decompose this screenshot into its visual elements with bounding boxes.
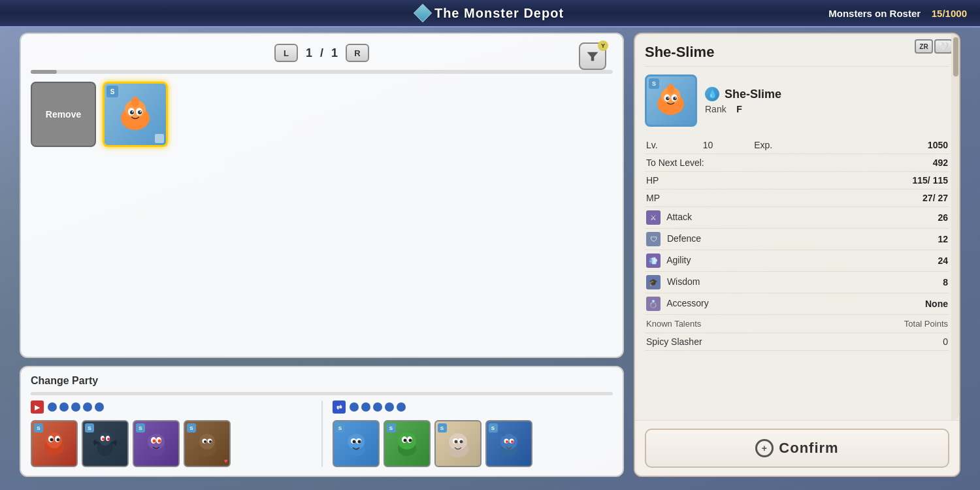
party-header-left: ▶ (31, 400, 312, 414)
accessory-value: None (837, 293, 949, 315)
svg-point-59 (511, 440, 514, 443)
monster8-sprite (493, 427, 525, 460)
mp-max: 27 (938, 193, 948, 203)
slot7-rank: S (438, 423, 447, 433)
party-slot-4[interactable]: S ♥ (184, 420, 231, 467)
agility-label: 💨 Agility (645, 250, 837, 272)
she-slime-slot[interactable]: S (103, 82, 168, 147)
roster-label: Monsters on Roster (828, 8, 921, 19)
monster7-sprite (442, 427, 474, 460)
svg-point-38 (352, 440, 355, 444)
talent-name: Spicy Slasher (646, 336, 702, 347)
header-diamond-icon (414, 4, 432, 22)
party-dots-left (48, 402, 104, 412)
accessory-row: 💍 Accessory None (645, 293, 949, 315)
confirm-btn-area: + Confirm (635, 420, 959, 476)
party-slot-8[interactable]: S (485, 420, 532, 467)
main-content: L 1 / 1 R Y (20, 33, 960, 477)
agility-value: 24 (837, 250, 949, 272)
filter-icon (586, 50, 599, 63)
remove-label: Remove (46, 109, 81, 120)
page-current: 1 (306, 46, 312, 60)
party-dots-right (350, 402, 406, 412)
slot6-rank: S (387, 423, 396, 433)
header-bar: The Monster Depot Monsters on Roster 15/… (0, 0, 980, 27)
lv-value: 10 (702, 137, 753, 154)
svg-point-23 (148, 434, 165, 449)
dot-5 (95, 402, 104, 412)
mp-row: MP 27/ 27 (645, 189, 949, 207)
party-monsters-left: S S (31, 420, 312, 467)
to-next-label: To Next Level: (645, 154, 837, 172)
defence-label: 🛡 Defence (645, 229, 837, 250)
to-next-value: 492 (837, 154, 949, 172)
exp-value: 1050 (837, 137, 949, 154)
svg-point-47 (449, 433, 467, 450)
party-slot-1[interactable]: S (31, 420, 78, 467)
party-group-right: ⇄ S (333, 400, 613, 467)
party-slot-6[interactable]: S (384, 420, 431, 467)
svg-point-39 (357, 440, 361, 444)
party-slot-7[interactable]: S (434, 420, 482, 467)
attack-row: ⚔ Attack 26 (645, 207, 949, 229)
mp-value: 27/ 27 (837, 189, 949, 207)
monster-info-block: 💧 She-Slime Rank F (705, 87, 949, 114)
attack-icon: ⚔ (646, 210, 661, 225)
lv-row: Lv. 10 Exp. 1050 (645, 137, 949, 154)
accessory-label: 💍 Accessory (645, 293, 837, 315)
monster2-sprite (89, 427, 122, 460)
confirm-button[interactable]: + Confirm (645, 429, 949, 468)
scrollbar-thumb (953, 37, 958, 76)
agility-row: 💨 Agility 24 (645, 250, 949, 272)
slot3-rank: S (136, 423, 145, 433)
svg-point-26 (153, 440, 156, 443)
wisdom-row: 🎓 Wisdom 8 (645, 272, 949, 293)
svg-point-35 (348, 434, 365, 449)
hp-value: 115/ 115 (837, 172, 949, 189)
slot2-rank: S (85, 423, 94, 433)
mp-label: MP (645, 189, 837, 207)
monster6-sprite (391, 427, 423, 460)
svg-point-50 (454, 440, 457, 444)
svg-point-33 (209, 440, 212, 443)
nav-right-button[interactable]: R (346, 44, 369, 62)
confirm-label: Confirm (779, 440, 838, 457)
heart-button[interactable]: 🤍 (934, 39, 953, 54)
rdot-4 (385, 402, 394, 412)
remove-slot[interactable]: Remove (31, 82, 96, 147)
monster-grid: Remove S (31, 82, 613, 147)
roster-info: Monsters on Roster 15/1000 (828, 8, 967, 19)
known-talents-label: Known Talents (646, 319, 701, 329)
party-slot-2[interactable]: S (82, 420, 129, 467)
rdot-5 (397, 402, 406, 412)
filter-button[interactable]: Y (579, 42, 606, 70)
attack-value: 26 (837, 207, 949, 229)
right-scrollbar[interactable] (951, 34, 959, 420)
right-panel: She-Slime S (634, 33, 960, 477)
page-separator: / (320, 46, 323, 60)
attack-label-text: Attack (666, 212, 692, 222)
rdot-2 (361, 402, 370, 412)
change-party-box: Change Party ▶ (20, 366, 624, 477)
svg-point-51 (459, 440, 463, 444)
monster1-sprite (38, 427, 71, 460)
svg-point-9 (140, 111, 141, 112)
mp-current: 27/ (923, 193, 935, 203)
defence-value: 12 (837, 229, 949, 250)
page-total: 1 (331, 46, 338, 60)
party-slot-5[interactable]: S (333, 420, 380, 467)
scroll-track[interactable] (31, 70, 613, 74)
slot1-rank: S (34, 423, 43, 433)
svg-point-14 (50, 438, 54, 442)
wisdom-label: 🎓 Wisdom (645, 272, 837, 293)
zr-badge[interactable]: ZR (915, 39, 933, 54)
header-title-text: The Monster Depot (434, 6, 564, 21)
hp-row: HP 115/ 115 (645, 172, 949, 189)
svg-point-27 (158, 440, 161, 443)
agility-icon: 💨 (646, 253, 661, 268)
slot8-rank: S (489, 423, 498, 433)
hp-label-text: HP (646, 175, 659, 186)
party-slot-3[interactable]: S (133, 420, 180, 467)
party-scroll-track[interactable] (31, 392, 613, 395)
nav-left-button[interactable]: L (274, 44, 298, 62)
